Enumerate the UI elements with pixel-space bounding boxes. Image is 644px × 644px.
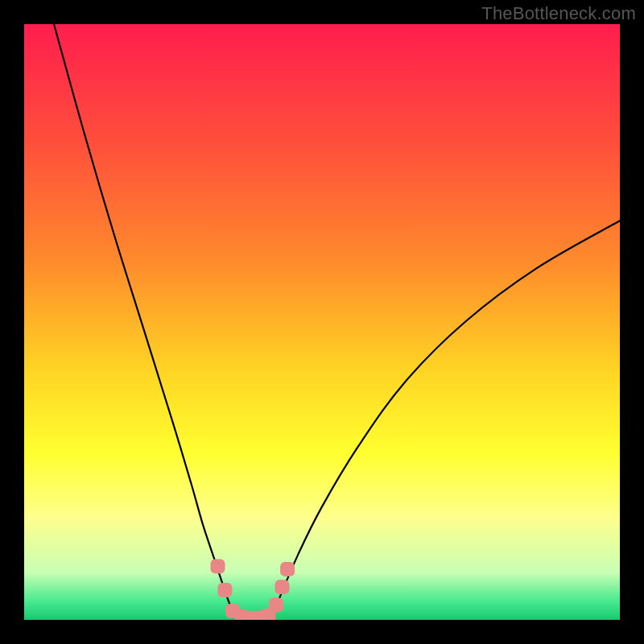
curve-layer [24,24,620,620]
data-marker [217,583,232,597]
chart-frame: TheBottleneck.com [0,0,644,644]
data-marker [269,598,283,613]
watermark-text: TheBottleneck.com [481,3,636,24]
data-marker [280,562,295,576]
plot-area [24,24,620,620]
data-markers [211,559,295,620]
bottleneck-curve [54,24,620,620]
data-marker [211,559,225,573]
data-marker [275,580,289,594]
